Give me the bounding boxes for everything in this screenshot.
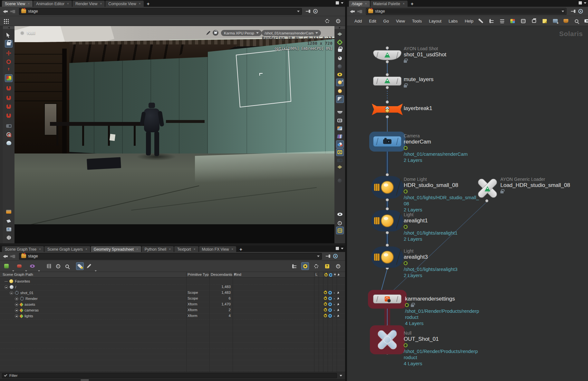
new-tab-button[interactable]: + <box>237 246 245 252</box>
tab-close-icon[interactable]: × <box>136 247 138 251</box>
expand-icon[interactable] <box>15 314 18 318</box>
follow-selection-icon[interactable] <box>313 9 318 14</box>
pane-controls[interactable] <box>336 1 343 5</box>
tab-animation-editor[interactable]: Animation Editor× <box>33 1 72 7</box>
node-mute-layers[interactable] <box>373 77 401 86</box>
follow-selection-icon[interactable] <box>578 9 583 14</box>
tab-close-icon[interactable]: × <box>85 247 87 251</box>
row-cursor-flag[interactable] <box>337 303 340 306</box>
flag-column-header-l[interactable]: L <box>315 273 317 276</box>
tab-close-icon[interactable]: × <box>100 2 102 5</box>
render-clipboard-icon[interactable] <box>5 218 13 225</box>
pane-maximize-icon[interactable] <box>336 247 339 250</box>
pin-pane-icon[interactable] <box>306 9 310 13</box>
pane-menu-caret-icon[interactable] <box>341 248 343 249</box>
snap-magnet-icon[interactable] <box>5 112 13 119</box>
image-add-icon[interactable] <box>551 17 559 25</box>
translate-icon[interactable] <box>5 49 13 57</box>
table-row-render[interactable]: RenderScope6 <box>0 296 345 302</box>
tab-python-shell[interactable]: Python Shell× <box>142 246 174 252</box>
auto-update-icon[interactable] <box>336 38 344 46</box>
filter-sliders-icon[interactable] <box>45 262 53 270</box>
node-karmarendersettings[interactable] <box>373 294 401 303</box>
row-cursor-flag[interactable] <box>337 309 340 311</box>
cleanup-brush-icon[interactable] <box>5 208 13 216</box>
table-row-favorites[interactable]: Favorites <box>0 278 345 284</box>
tab-material-palette[interactable]: Material Palette× <box>371 1 408 7</box>
tab-textport[interactable]: Textport× <box>174 246 198 252</box>
pane-maximize-icon[interactable] <box>336 1 339 5</box>
activation-flag[interactable] <box>324 314 327 317</box>
palette-grid-icon[interactable] <box>509 17 516 25</box>
link-chain-icon[interactable] <box>76 262 84 270</box>
flipbook-film-icon[interactable] <box>5 234 13 241</box>
visibility-box-icon[interactable] <box>583 17 588 25</box>
snap-curve-icon[interactable] <box>5 94 13 102</box>
eraser-red-icon[interactable] <box>15 262 23 270</box>
camera-menu[interactable]: /shot_01/cameras/renderCam <box>262 30 321 36</box>
tab-scene-view[interactable]: Scene View× <box>2 1 33 7</box>
tab-composite-view[interactable]: Composite View× <box>105 1 143 7</box>
camera-frame-icon[interactable] <box>336 148 344 156</box>
gear-sparkle-icon[interactable] <box>312 262 320 270</box>
toolbar-collapse-icon[interactable] <box>3 26 14 29</box>
expand-icon[interactable] <box>15 309 18 312</box>
renderer-menu[interactable]: Karma XPU Persp <box>221 30 262 36</box>
tab-close-icon[interactable]: × <box>169 247 171 251</box>
tab-stage[interactable]: /stage× <box>349 1 370 7</box>
visibility-flag[interactable] <box>328 297 332 300</box>
transform-handles-icon[interactable] <box>5 74 13 82</box>
tab-scene-graph-layers[interactable]: Scene Graph Layers× <box>44 246 90 252</box>
snap-grid-icon[interactable] <box>5 84 13 92</box>
scale-icon[interactable] <box>5 66 13 74</box>
pen-tool-icon[interactable] <box>85 262 93 270</box>
view-region-icon[interactable] <box>5 131 13 138</box>
pin-pane-icon[interactable] <box>326 254 330 258</box>
zoom-select-icon[interactable] <box>63 262 71 270</box>
back-icon[interactable] <box>350 9 355 13</box>
snap-point-icon[interactable] <box>5 103 13 110</box>
scene-lights-icon[interactable] <box>336 79 344 86</box>
pause-render-icon[interactable] <box>336 116 344 124</box>
info-icon[interactable] <box>336 219 344 227</box>
menu-help[interactable]: Help <box>461 16 477 26</box>
node-arealight1[interactable] <box>371 210 403 231</box>
search-magnifier-icon[interactable] <box>573 17 580 25</box>
viewport-splitter[interactable] <box>0 26 3 243</box>
filter-input[interactable]: Filter <box>2 373 337 378</box>
menu-layout[interactable]: Layout <box>425 16 445 26</box>
column-header-primitive-typ[interactable]: Primitive Typ <box>188 273 209 276</box>
network-graph[interactable]: Solaris AYON Load Shotshot_01_usdShotmut… <box>347 26 588 381</box>
row-cursor-flag[interactable] <box>337 297 340 300</box>
sphere-faint-icon[interactable] <box>336 177 344 184</box>
activation-flag[interactable] <box>324 297 327 300</box>
wrench-tools-icon[interactable] <box>477 17 485 25</box>
filter-menu-caret-icon[interactable] <box>340 375 342 376</box>
color-correction-icon[interactable] <box>336 140 344 148</box>
tool-grid-icon[interactable] <box>3 18 9 24</box>
rotate-icon[interactable] <box>5 58 13 66</box>
tab-motion-fx-view[interactable]: Motion FX View× <box>199 246 236 252</box>
window-duplicate-icon[interactable] <box>530 17 538 25</box>
stage-path-field[interactable]: stage <box>19 8 302 15</box>
table-row-shot-01[interactable]: shot_01Scope1,483 <box>0 290 345 296</box>
menu-go[interactable]: Go <box>380 16 392 26</box>
sticky-note-icon[interactable] <box>541 17 548 25</box>
select-arrow-icon[interactable] <box>5 31 13 39</box>
visibility-flag[interactable] <box>328 308 332 312</box>
secure-selection-lock-icon[interactable] <box>5 40 13 48</box>
forward-icon[interactable] <box>357 9 362 13</box>
help-icon[interactable] <box>334 262 342 270</box>
background-sphere-icon[interactable] <box>336 62 344 70</box>
scene-graph-table[interactable]: Favorites/1,483shot_01Scope1,483RenderSc… <box>0 278 345 372</box>
node-arealight3[interactable] <box>371 246 403 268</box>
expand-icon[interactable] <box>15 297 18 301</box>
network-path-field[interactable]: stage <box>366 8 566 15</box>
forward-icon[interactable] <box>10 9 15 13</box>
row-cursor-flag[interactable] <box>337 314 340 317</box>
node-out-shot-01[interactable] <box>375 328 399 352</box>
back-icon[interactable] <box>3 254 8 258</box>
visibility-flag[interactable] <box>328 314 332 318</box>
visibility-flag[interactable] <box>328 291 332 294</box>
stage-path-field[interactable]: stage <box>19 253 322 260</box>
